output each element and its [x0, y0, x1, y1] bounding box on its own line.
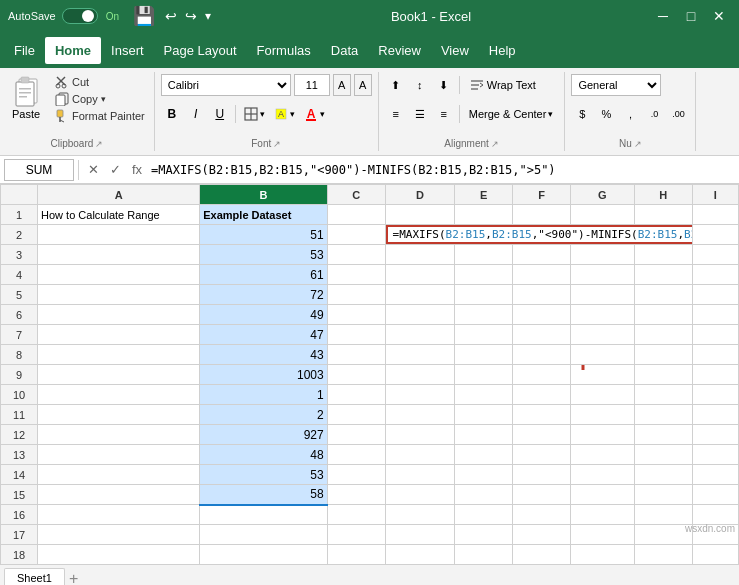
cell-f3[interactable] — [513, 245, 571, 265]
cell-b5[interactable]: 72 — [200, 285, 327, 305]
menu-file[interactable]: File — [4, 37, 45, 64]
cell-b2[interactable]: 51 — [200, 225, 327, 245]
cell-e7[interactable] — [455, 325, 513, 345]
decrease-decimal[interactable]: .0 — [643, 103, 665, 125]
cell-i6[interactable] — [692, 305, 738, 325]
currency-button[interactable]: $ — [571, 103, 593, 125]
menu-page-layout[interactable]: Page Layout — [154, 37, 247, 64]
align-top-button[interactable]: ⬆ — [385, 74, 407, 96]
cell-e3[interactable] — [455, 245, 513, 265]
cell-d17[interactable] — [385, 525, 455, 545]
paste-button[interactable]: Paste — [6, 74, 46, 122]
row-header-2[interactable]: 2 — [1, 225, 38, 245]
cell-d8[interactable] — [385, 345, 455, 365]
font-color-dropdown[interactable]: ▾ — [320, 109, 325, 119]
cell-c12[interactable] — [327, 425, 385, 445]
row-header-8[interactable]: 8 — [1, 345, 38, 365]
cell-c17[interactable] — [327, 525, 385, 545]
cell-a6[interactable] — [38, 305, 200, 325]
align-right-button[interactable]: ≡ — [433, 103, 455, 125]
cell-b10[interactable]: 1 — [200, 385, 327, 405]
cell-a15[interactable] — [38, 485, 200, 505]
cell-b17[interactable] — [200, 525, 327, 545]
cell-b12[interactable]: 927 — [200, 425, 327, 445]
cell-h18[interactable] — [634, 545, 692, 565]
cell-g11[interactable] — [570, 405, 634, 425]
cell-a12[interactable] — [38, 425, 200, 445]
cell-e6[interactable] — [455, 305, 513, 325]
clipboard-expand[interactable]: ↗ — [95, 139, 103, 149]
cell-c11[interactable] — [327, 405, 385, 425]
col-header-f[interactable]: F — [513, 185, 571, 205]
number-format-select[interactable]: General — [571, 74, 661, 96]
cell-i12[interactable] — [692, 425, 738, 445]
cell-e17[interactable] — [455, 525, 513, 545]
cell-i10[interactable] — [692, 385, 738, 405]
cell-c15[interactable] — [327, 485, 385, 505]
cell-f15[interactable] — [513, 485, 571, 505]
cell-g18[interactable] — [570, 545, 634, 565]
cell-h7[interactable] — [634, 325, 692, 345]
percent-button[interactable]: % — [595, 103, 617, 125]
alignment-expand[interactable]: ↗ — [491, 139, 499, 149]
cell-b14[interactable]: 53 — [200, 465, 327, 485]
col-header-d[interactable]: D — [385, 185, 455, 205]
row-header-4[interactable]: 4 — [1, 265, 38, 285]
cell-f6[interactable] — [513, 305, 571, 325]
bold-button[interactable]: B — [161, 103, 183, 125]
undo-icon[interactable]: ↩ — [165, 8, 177, 24]
cell-f1[interactable] — [513, 205, 571, 225]
cell-e10[interactable] — [455, 385, 513, 405]
fill-dropdown[interactable]: ▾ — [290, 109, 295, 119]
cell-i8[interactable] — [692, 345, 738, 365]
font-size-increase[interactable]: A — [333, 74, 351, 96]
cell-i5[interactable] — [692, 285, 738, 305]
cell-d15[interactable] — [385, 485, 455, 505]
cell-c1[interactable] — [327, 205, 385, 225]
cell-d2[interactable]: =MAXIFS(B2:B15,B2:B15,"<900")-MINIFS(B2:… — [385, 225, 692, 245]
cell-c5[interactable] — [327, 285, 385, 305]
cell-d4[interactable] — [385, 265, 455, 285]
cell-g13[interactable] — [570, 445, 634, 465]
cell-a16[interactable] — [38, 505, 200, 525]
cell-g10[interactable] — [570, 385, 634, 405]
cell-e14[interactable] — [455, 465, 513, 485]
cell-h10[interactable] — [634, 385, 692, 405]
merge-cells-button[interactable]: Merge & Center ▾ — [464, 105, 559, 123]
sheet-tab-1[interactable]: Sheet1 — [4, 568, 65, 585]
cell-f11[interactable] — [513, 405, 571, 425]
cell-d16[interactable] — [385, 505, 455, 525]
cell-i16[interactable] — [692, 505, 738, 525]
cell-i3[interactable] — [692, 245, 738, 265]
cell-h4[interactable] — [634, 265, 692, 285]
col-header-i[interactable]: I — [692, 185, 738, 205]
row-header-7[interactable]: 7 — [1, 325, 38, 345]
cell-e8[interactable] — [455, 345, 513, 365]
row-header-1[interactable]: 1 — [1, 205, 38, 225]
cell-a18[interactable] — [38, 545, 200, 565]
cell-g15[interactable] — [570, 485, 634, 505]
comma-button[interactable]: , — [619, 103, 641, 125]
align-center-button[interactable]: ☰ — [409, 103, 431, 125]
cell-c13[interactable] — [327, 445, 385, 465]
menu-formulas[interactable]: Formulas — [247, 37, 321, 64]
borders-button[interactable]: ▾ — [240, 104, 268, 124]
cell-e4[interactable] — [455, 265, 513, 285]
autosave-toggle[interactable] — [62, 8, 98, 24]
format-painter-button[interactable]: Format Painter — [52, 108, 148, 124]
cell-g12[interactable] — [570, 425, 634, 445]
cell-h16[interactable] — [634, 505, 692, 525]
cell-c9[interactable] — [327, 365, 385, 385]
menu-help[interactable]: Help — [479, 37, 526, 64]
cell-i4[interactable] — [692, 265, 738, 285]
cell-i15[interactable] — [692, 485, 738, 505]
cell-d12[interactable] — [385, 425, 455, 445]
cell-h6[interactable] — [634, 305, 692, 325]
cell-d5[interactable] — [385, 285, 455, 305]
cell-e5[interactable] — [455, 285, 513, 305]
row-header-12[interactable]: 12 — [1, 425, 38, 445]
row-header-16[interactable]: 16 — [1, 505, 38, 525]
copy-dropdown[interactable]: ▾ — [101, 94, 106, 104]
insert-function-btn[interactable]: fx — [127, 160, 147, 180]
col-header-a[interactable]: A — [38, 185, 200, 205]
